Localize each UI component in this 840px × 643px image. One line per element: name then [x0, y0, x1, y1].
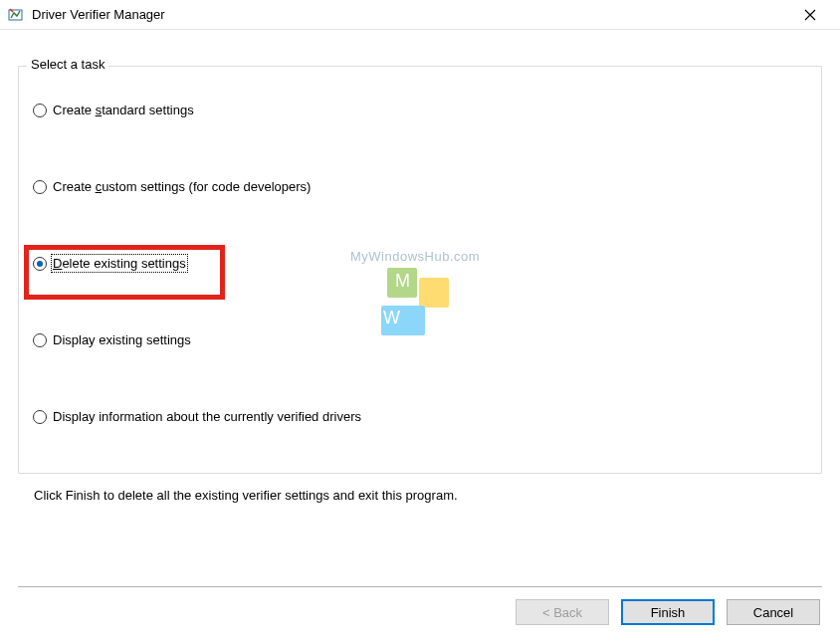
cancel-button[interactable]: Cancel	[727, 599, 820, 625]
radio-label: Delete existing settings	[53, 256, 186, 271]
radio-icon	[33, 180, 47, 194]
radio-label: Create standard settings	[53, 103, 194, 117]
window-title: Driver Verifier Manager	[32, 7, 165, 22]
finish-button[interactable]: Finish	[621, 599, 715, 625]
wizard-buttons: < Back Finish Cancel	[516, 599, 820, 625]
radio-display-info[interactable]: Display information about the currently …	[29, 409, 811, 424]
radio-icon	[33, 333, 47, 347]
instruction-text: Click Finish to delete all the existing …	[34, 488, 822, 503]
radio-label: Create custom settings (for code develop…	[53, 179, 311, 194]
radio-icon	[33, 257, 47, 271]
radio-label: Display existing settings	[53, 332, 191, 347]
groupbox-legend: Select a task	[27, 57, 108, 72]
titlebar: Driver Verifier Manager	[0, 0, 840, 30]
close-button[interactable]	[788, 0, 832, 30]
finish-label: Finish	[651, 605, 686, 620]
radio-display-existing[interactable]: Display existing settings	[29, 332, 811, 347]
back-button: < Back	[516, 599, 609, 625]
radio-create-custom[interactable]: Create custom settings (for code develop…	[29, 179, 811, 194]
app-icon	[8, 7, 24, 23]
radio-icon	[33, 104, 47, 117]
cancel-label: Cancel	[753, 605, 793, 620]
close-icon	[804, 9, 816, 21]
radio-create-standard[interactable]: Create standard settings	[29, 103, 811, 117]
footer-separator	[18, 586, 822, 587]
back-label: < Back	[542, 605, 582, 620]
radio-delete-existing[interactable]: Delete existing settings	[29, 256, 811, 271]
radio-label: Display information about the currently …	[53, 409, 361, 424]
radio-icon	[33, 410, 47, 424]
wizard-page: Select a task Create standard settings C…	[0, 30, 840, 587]
task-groupbox: Select a task Create standard settings C…	[18, 66, 822, 474]
